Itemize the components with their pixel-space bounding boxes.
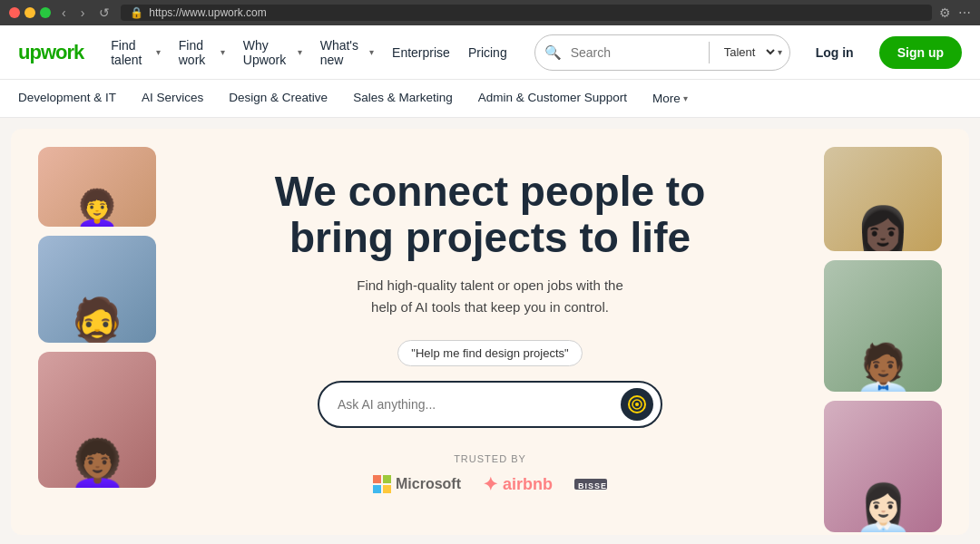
svg-point-2 — [635, 403, 639, 406]
nav-right-actions: 🔍 Talent Jobs ▾ Log in Sign up — [534, 34, 962, 71]
search-divider — [709, 42, 710, 63]
trusted-logos: Microsoft ✦ airbnb BISSELL — [275, 473, 706, 495]
search-bar[interactable]: 🔍 Talent Jobs ▾ — [534, 34, 790, 71]
whats-new-label: What's new — [320, 38, 367, 67]
nav-links: Find talent ▾ Find work ▾ Why Upwork ▾ W… — [111, 38, 506, 67]
microsoft-logo: Microsoft — [373, 475, 461, 493]
search-input[interactable] — [571, 45, 707, 60]
hero-suggestions: "Help me find design projects" — [275, 340, 706, 366]
forward-button[interactable]: › — [77, 4, 89, 22]
extensions-icon[interactable]: ⚙ — [939, 5, 951, 20]
profile-images-right: 👩🏿 🧑🏾‍💼 👩🏻‍💼 — [824, 147, 942, 532]
nav-find-talent[interactable]: Find talent ▾ — [111, 38, 161, 67]
nav-enterprise[interactable]: Enterprise — [392, 45, 450, 60]
cat-design-creative[interactable]: Design & Creative — [229, 91, 328, 106]
svg-rect-4 — [383, 475, 391, 483]
bissell-logo: BISSELL — [574, 473, 607, 495]
back-button[interactable]: ‹ — [58, 4, 70, 22]
talent-select[interactable]: Talent Jobs — [711, 44, 778, 60]
svg-text:BISSELL: BISSELL — [578, 481, 607, 491]
nav-pricing[interactable]: Pricing — [468, 45, 507, 60]
cat-admin-support[interactable]: Admin & Customer Support — [478, 91, 627, 106]
find-talent-label: Find talent — [111, 38, 153, 67]
url-text: https://www.upwork.com — [149, 6, 266, 19]
profile-images-left: 👩‍🦱 🧔 👩🏾‍🦱 — [38, 147, 156, 488]
microsoft-text: Microsoft — [396, 476, 461, 492]
profile-card-4: 👩🏿 — [824, 147, 942, 251]
whats-new-chevron: ▾ — [369, 47, 374, 57]
cat-sales-marketing[interactable]: Sales & Marketing — [353, 91, 453, 106]
browser-action-buttons: ⚙ ⋯ — [939, 5, 971, 20]
suggestion-chip-1[interactable]: "Help me find design projects" — [397, 340, 582, 366]
hero-title-line2: bring projects to life — [289, 214, 691, 261]
airbnb-text: airbnb — [503, 475, 553, 494]
svg-rect-3 — [373, 475, 381, 483]
nav-find-work[interactable]: Find work ▾ — [179, 38, 225, 67]
profile-card-3: 👩🏾‍🦱 — [38, 352, 156, 488]
more-label: More — [652, 92, 681, 105]
find-talent-chevron: ▾ — [156, 47, 161, 57]
trusted-section: TRUSTED BY Microsoft ✦ airbnb BISSELL — [275, 453, 706, 495]
ai-input-field[interactable] — [338, 397, 621, 412]
search-icon: 🔍 — [535, 44, 571, 61]
hero-subtitle: Find high-quality talent or open jobs wi… — [275, 275, 706, 318]
ai-input-bar[interactable] — [318, 381, 662, 428]
browser-chrome: ‹ › ↺ 🔒 https://www.upwork.com ⚙ ⋯ — [0, 0, 980, 25]
nav-whats-new[interactable]: What's new ▾ — [320, 38, 374, 67]
category-navigation: Development & IT AI Services Design & Cr… — [0, 80, 980, 118]
nav-why-upwork[interactable]: Why Upwork ▾ — [243, 38, 302, 67]
hero-center: We connect people to bring projects to l… — [275, 169, 706, 495]
hero-title: We connect people to bring projects to l… — [275, 169, 706, 260]
profile-card-1: 👩‍🦱 — [38, 147, 156, 227]
lock-icon: 🔒 — [130, 6, 143, 19]
cat-development-it[interactable]: Development & IT — [18, 91, 116, 106]
cat-ai-services[interactable]: AI Services — [142, 91, 203, 106]
svg-rect-5 — [373, 485, 381, 493]
find-work-label: Find work — [179, 38, 218, 67]
trusted-label: TRUSTED BY — [275, 453, 706, 464]
hero-section: 👩‍🦱 🧔 👩🏾‍🦱 We connect people to bring pr… — [11, 129, 969, 535]
top-navigation: upwork Find talent ▾ Find work ▾ Why Upw… — [0, 25, 980, 80]
hero-title-line1: We connect people to — [275, 168, 706, 215]
find-work-chevron: ▾ — [220, 47, 225, 57]
ai-submit-icon — [628, 395, 646, 413]
close-window-button[interactable] — [9, 7, 20, 18]
profile-card-6: 👩🏻‍💼 — [824, 401, 942, 532]
login-button[interactable]: Log in — [805, 38, 865, 67]
profile-card-2: 🧔 — [38, 236, 156, 343]
browser-window-controls — [9, 7, 51, 18]
signup-button[interactable]: Sign up — [879, 36, 962, 69]
address-bar[interactable]: 🔒 https://www.upwork.com — [121, 5, 932, 21]
profile-card-5: 🧑🏾‍💼 — [824, 260, 942, 392]
more-chevron: ▾ — [683, 93, 688, 103]
maximize-window-button[interactable] — [40, 7, 51, 18]
talent-chevron: ▾ — [778, 47, 782, 57]
svg-rect-6 — [383, 485, 391, 493]
upwork-logo[interactable]: upwork — [18, 41, 83, 64]
cat-more[interactable]: More ▾ — [652, 92, 688, 105]
why-upwork-label: Why Upwork — [243, 38, 295, 67]
reload-button[interactable]: ↺ — [95, 4, 113, 22]
minimize-window-button[interactable] — [24, 7, 35, 18]
ai-submit-button[interactable] — [621, 388, 653, 421]
menu-icon[interactable]: ⋯ — [958, 5, 971, 20]
airbnb-logo: ✦ airbnb — [483, 473, 553, 495]
why-upwork-chevron: ▾ — [298, 47, 302, 57]
